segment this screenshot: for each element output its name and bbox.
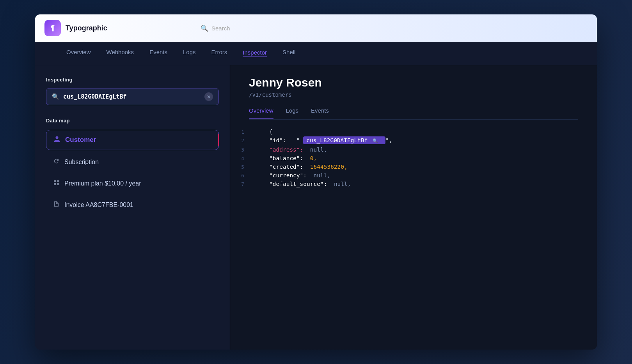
sidebar-item-subscription-label: Subscription: [64, 159, 99, 166]
json-val-created: 1644536220,: [310, 164, 348, 170]
tab-logs[interactable]: Logs: [183, 49, 196, 58]
code-line-5: 5 "created": 1644536220,: [230, 163, 597, 171]
right-tab-logs[interactable]: Logs: [286, 107, 299, 119]
tab-shell[interactable]: Shell: [282, 49, 295, 58]
tab-overview[interactable]: Overview: [66, 49, 91, 58]
line-num-3: 3: [230, 147, 254, 153]
json-quote-open: ": [296, 137, 300, 143]
data-map-list: Customer Subscription: [46, 130, 219, 214]
right-tabs: Overview Logs Events: [249, 107, 578, 120]
tab-webhooks[interactable]: Webhooks: [107, 49, 134, 58]
customer-name: Jenny Rosen: [249, 76, 578, 89]
search-icon: 🔍: [52, 93, 59, 100]
right-tab-events[interactable]: Events: [311, 107, 329, 119]
search-bar[interactable]: 🔍 Search: [201, 25, 230, 32]
sidebar-item-invoice[interactable]: Invoice AA8C7FBE-0001: [46, 195, 219, 214]
sidebar-item-invoice-label: Invoice AA8C7FBE-0001: [64, 201, 133, 209]
code-line-6: 6 "currency": null,: [230, 171, 597, 180]
app-logo-icon: ¶: [44, 20, 61, 36]
app-window: ¶ Typographic 🔍 Search Overview Webhooks…: [35, 14, 597, 350]
json-val-balance: 0,: [310, 155, 317, 161]
data-map-label: Data map: [46, 118, 219, 124]
line-num-4: 4: [230, 155, 254, 161]
main-content: Inspecting 🔍 cus_L82G0DAIEgLtBf ✕ Data m…: [35, 65, 597, 350]
sidebar-item-subscription[interactable]: Subscription: [46, 152, 219, 171]
line-num-6: 6: [230, 173, 254, 178]
tab-errors[interactable]: Errors: [211, 49, 227, 58]
line-num-2: 2: [230, 138, 254, 143]
grid-icon: [53, 179, 60, 187]
code-line-7: 7 "default_source": null,: [230, 180, 597, 188]
json-id-value[interactable]: cus_L82G0DAIEgLtBf 🔍: [303, 136, 385, 144]
clear-button[interactable]: ✕: [204, 92, 213, 101]
json-key-created: "created":: [269, 164, 307, 170]
tab-events[interactable]: Events: [149, 49, 167, 58]
person-icon: [53, 136, 60, 144]
inspect-value: cus_L82G0DAIEgLtBf: [63, 93, 201, 100]
code-line-2: 2 "id": " cus_L82G0DAIEgLtBf 🔍 ",: [230, 136, 597, 145]
json-key-id: "id":: [269, 137, 293, 143]
sidebar: Inspecting 🔍 cus_L82G0DAIEgLtBf ✕ Data m…: [35, 65, 230, 350]
json-val-currency: null,: [314, 172, 331, 178]
json-val-address: null,: [310, 147, 327, 153]
nav-tabs: Overview Webhooks Events Logs Errors Ins…: [35, 42, 597, 65]
json-brace-open: {: [269, 129, 273, 135]
right-header: Jenny Rosen /v1/customers Overview Logs …: [230, 65, 597, 120]
customer-path: /v1/customers: [249, 92, 578, 98]
document-icon: [53, 201, 60, 209]
tab-inspector[interactable]: Inspector: [243, 49, 267, 57]
json-key-balance: "balance":: [269, 155, 307, 161]
right-panel: Jenny Rosen /v1/customers Overview Logs …: [230, 65, 597, 350]
code-line-1: 1 {: [230, 127, 597, 136]
app-name: Typographic: [66, 24, 107, 32]
sidebar-item-customer[interactable]: Customer: [46, 130, 219, 150]
json-key-currency: "currency":: [269, 172, 310, 178]
logo-area: ¶ Typographic: [44, 20, 185, 36]
right-tab-overview[interactable]: Overview: [249, 107, 273, 119]
code-line-4: 4 "balance": 0,: [230, 154, 597, 163]
refresh-icon: [53, 158, 60, 166]
sidebar-item-customer-label: Customer: [65, 136, 96, 144]
line-num-7: 7: [230, 181, 254, 187]
search-placeholder: Search: [211, 25, 230, 32]
search-in-id-icon[interactable]: 🔍: [372, 137, 379, 144]
line-num-1: 1: [230, 129, 254, 135]
search-icon: 🔍: [201, 25, 208, 32]
inspect-input[interactable]: 🔍 cus_L82G0DAIEgLtBf ✕: [46, 88, 219, 105]
json-key-default-source: "default_source":: [269, 181, 330, 187]
code-line-3: 3 "address": null,: [230, 145, 597, 154]
json-val-default-source: null,: [334, 181, 351, 187]
sidebar-item-plan-label: Premium plan $10.00 / year: [64, 180, 141, 187]
json-quote-close: ",: [385, 137, 392, 143]
inspecting-label: Inspecting: [46, 77, 219, 83]
sidebar-item-premium-plan[interactable]: Premium plan $10.00 / year: [46, 174, 219, 193]
code-panel: 1 { 2 "id": " cus_L82G0DAIEgLtBf 🔍: [230, 120, 597, 350]
json-key-address: "address":: [269, 147, 307, 153]
header: ¶ Typographic 🔍 Search: [35, 14, 597, 42]
line-num-5: 5: [230, 164, 254, 170]
